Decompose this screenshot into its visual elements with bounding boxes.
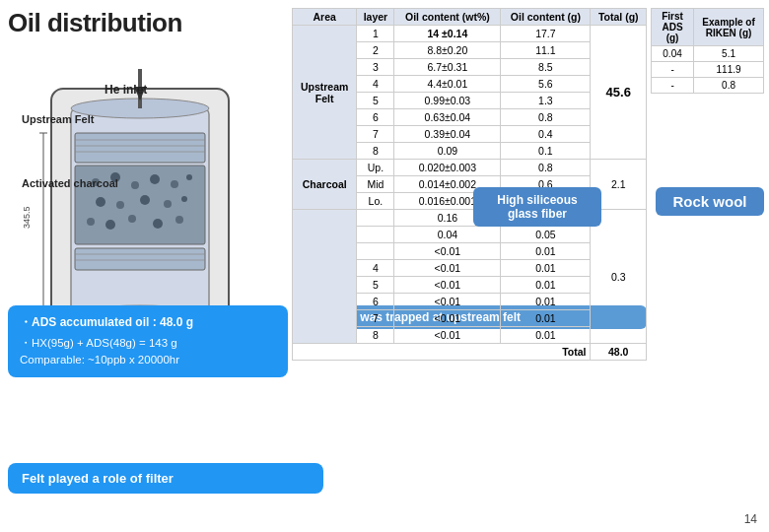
g-cell: 8.5 [501,59,591,76]
g-cell: 0.8 [501,160,591,176]
he-inlet-label: He inlet [105,83,147,97]
layer-cell [357,210,394,227]
layer-cell: Lo. [357,193,394,210]
total-cell: 0.3 [591,210,647,344]
right-first-downstream: - [652,78,694,94]
table-row: UpstreamFelt 1 14 ±0.14 17.7 45.6 [293,26,647,42]
wt-cell: 0.99±0.03 [394,93,501,109]
area-downstream [293,210,357,344]
wt-cell: 0.020±0.003 [394,160,501,176]
col-layer: layer [357,9,394,26]
area-upstream: UpstreamFelt [293,26,357,160]
area-charcoal: Charcoal [293,160,357,210]
table-row: Charcoal Up. 0.020±0.003 0.8 2.1 [293,160,647,176]
wt-cell: <0.01 [394,294,501,310]
g-cell: 17.7 [501,26,591,42]
g-cell: 0.8 [501,109,591,126]
g-cell: 0.05 [501,227,591,243]
layer-cell [357,227,394,243]
wt-cell: 0.39±0.04 [394,126,501,143]
svg-point-14 [131,181,139,189]
g-cell: 0.01 [501,260,591,277]
right-columns: First ADS (g) Example of RIKEN (g) 0.04 … [651,8,764,94]
layer-cell: 7 [357,126,394,143]
total-cell: 45.6 [591,26,647,160]
svg-point-24 [105,220,115,230]
svg-point-20 [140,195,150,205]
svg-point-22 [181,196,187,202]
layer-cell: 5 [357,93,394,109]
layer-cell: 4 [357,76,394,93]
wt-cell: 6.7±0.31 [394,59,501,76]
svg-point-19 [116,201,124,209]
col-wt: Oil content (wt%) [394,9,501,26]
col-total: Total (g) [591,9,647,26]
grand-total-row: Total 48.0 [293,344,647,361]
upstream-felt-label: Upstream Felt [22,113,94,125]
layer-cell: 1 [357,26,394,42]
svg-point-27 [175,216,183,224]
g-cell: 0.01 [501,310,591,327]
svg-point-16 [171,180,178,188]
g-cell: 0.01 [501,243,591,260]
g-cell: 11.1 [501,42,591,59]
grand-total-label: Total [293,344,591,361]
page-number: 14 [744,512,757,526]
g-cell: 0.4 [501,126,591,143]
svg-text:345.5: 345.5 [22,206,32,229]
g-cell: 0.01 [501,277,591,294]
g-cell: 0.01 [501,327,591,344]
layer-cell: 8 [357,143,394,160]
right-first-upstream: 0.04 [652,46,694,62]
info-box: ・ADS accumulated oil : 48.0 g ・HX(95g) +… [8,305,288,377]
glass-fiber-box: High siliceous glass fiber [473,187,601,227]
layer-cell: 3 [357,59,394,76]
activated-charcoal-label: Activated charcoal [22,177,118,189]
svg-point-26 [153,219,163,229]
layer-cell: 8 [357,327,394,344]
wt-cell: 8.8±0.20 [394,42,501,59]
glass-fiber-line1: High siliceous [483,193,592,207]
layer-cell [357,243,394,260]
info-line3: Comparable: ~10ppb x 20000hr [20,352,276,369]
g-cell: 5.6 [501,76,591,93]
right-table: First ADS (g) Example of RIKEN (g) 0.04 … [651,8,764,94]
wt-cell: <0.01 [394,260,501,277]
svg-point-25 [128,215,136,223]
right-row-downstream: - 0.8 [652,78,764,94]
rock-wool-box: Rock wool [656,187,764,216]
wt-cell: 0.09 [394,143,501,160]
wt-cell: <0.01 [394,277,501,294]
svg-point-15 [150,174,160,184]
glass-fiber-line2: glass fiber [483,207,592,221]
g-cell: 0.01 [501,294,591,310]
felt-box: Felt played a role of filter [8,463,323,494]
svg-point-18 [96,197,105,207]
wt-cell: 4.4±0.01 [394,76,501,93]
layer-cell: 6 [357,294,394,310]
right-riken-charcoal: 111.9 [694,62,764,78]
layer-cell: Up. [357,160,394,176]
data-table: Area layer Oil content (wt%) Oil content… [292,8,647,361]
svg-point-23 [87,218,95,226]
page-title: Oil distribution [8,8,182,38]
wt-cell: <0.01 [394,243,501,260]
col-area: Area [293,9,357,26]
info-line2: ・HX(95g) + ADS(48g) = 143 g [20,335,276,353]
svg-rect-7 [75,133,205,163]
g-cell: 1.3 [501,93,591,109]
right-col-first: First ADS (g) [652,9,694,46]
svg-rect-28 [75,248,205,270]
right-first-charcoal: - [652,62,694,78]
layer-cell: Mid [357,176,394,193]
main-table-container: Area layer Oil content (wt%) Oil content… [292,8,647,361]
wt-cell: <0.01 [394,310,501,327]
col-g: Oil content (g) [501,9,591,26]
layer-cell: 7 [357,310,394,327]
g-cell: 0.1 [501,143,591,160]
layer-cell: 5 [357,277,394,294]
right-riken-upstream: 5.1 [694,46,764,62]
wt-cell: <0.01 [394,327,501,344]
layer-cell: 4 [357,260,394,277]
right-row-upstream: 0.04 5.1 [652,46,764,62]
